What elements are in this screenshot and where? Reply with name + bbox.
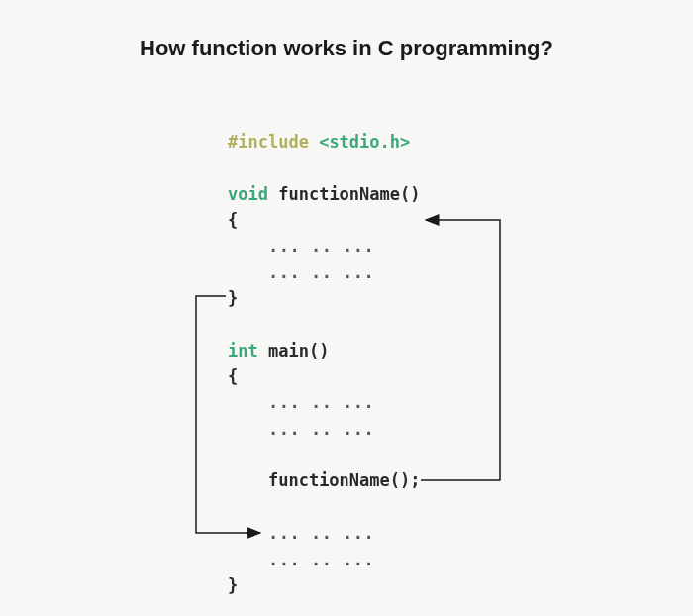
function-body-line: ... .. ...: [228, 233, 421, 258]
function-call-line: functionName();: [228, 467, 421, 493]
main-body-line: ... .. ...: [228, 547, 421, 572]
main-name: main(): [268, 341, 329, 360]
int-keyword: int: [228, 341, 258, 360]
ellipsis: ... .. ...: [268, 523, 374, 543]
ellipsis: ... .. ...: [268, 550, 374, 569]
close-brace: }: [228, 285, 421, 311]
diagram-title: How function works in C programming?: [0, 36, 693, 61]
call-arrow: [421, 220, 500, 480]
blank-line: [228, 442, 421, 467]
void-keyword: void: [228, 184, 268, 204]
blank-line: [228, 311, 421, 337]
ellipsis: ... .. ...: [268, 392, 374, 412]
ellipsis: ... .. ...: [268, 419, 374, 439]
function-body-line: ... .. ...: [228, 259, 421, 285]
close-brace: }: [228, 572, 421, 598]
function-call: functionName();: [268, 470, 421, 490]
blank-line: [228, 494, 421, 520]
blank-line: [228, 154, 421, 180]
open-brace: {: [228, 363, 421, 389]
ellipsis: ... .. ...: [268, 236, 374, 256]
open-brace: {: [228, 207, 421, 233]
main-body-line: ... .. ...: [228, 416, 421, 442]
main-body-line: ... .. ...: [228, 520, 421, 546]
function-name-decl: functionName(): [278, 184, 420, 204]
main-signature: int main(): [228, 338, 421, 363]
code-block: #include <stdio.h> void functionName() {…: [228, 129, 421, 598]
include-line: #include <stdio.h>: [228, 129, 421, 154]
header-name: <stdio.h>: [319, 132, 410, 152]
include-directive: #include: [228, 132, 309, 152]
function-signature: void functionName(): [228, 181, 421, 207]
main-body-line: ... .. ...: [228, 389, 421, 415]
ellipsis: ... .. ...: [268, 262, 374, 282]
